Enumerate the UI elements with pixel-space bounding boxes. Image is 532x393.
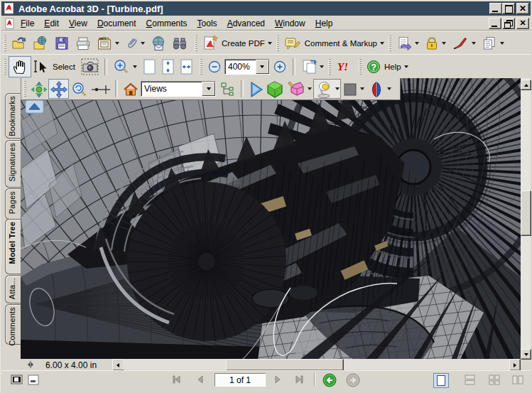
svg-text:?: ? [371, 62, 376, 72]
svg-text:Y!: Y! [337, 61, 348, 72]
